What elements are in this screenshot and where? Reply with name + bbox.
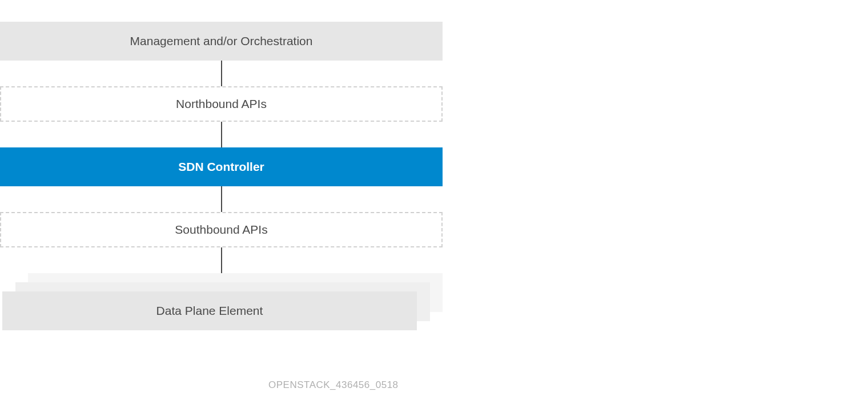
southbound-apis-label: Southbound APIs bbox=[175, 223, 267, 237]
data-plane-stack: Data Plane Element bbox=[0, 273, 443, 330]
sdn-controller-label: SDN Controller bbox=[178, 160, 264, 174]
connector-line bbox=[221, 247, 222, 273]
northbound-apis-box: Northbound APIs bbox=[0, 86, 443, 122]
northbound-apis-label: Northbound APIs bbox=[176, 97, 267, 111]
connector-line bbox=[221, 186, 222, 212]
sdn-controller-box: SDN Controller bbox=[0, 147, 443, 186]
connector-line bbox=[221, 61, 222, 86]
sdn-architecture-diagram: Management and/or Orchestration Northbou… bbox=[0, 22, 443, 330]
connector-line bbox=[221, 122, 222, 147]
southbound-apis-box: Southbound APIs bbox=[0, 212, 443, 247]
management-orchestration-label: Management and/or Orchestration bbox=[130, 34, 313, 48]
management-orchestration-box: Management and/or Orchestration bbox=[0, 22, 443, 61]
data-plane-element-label: Data Plane Element bbox=[156, 304, 263, 318]
data-plane-element-front: Data Plane Element bbox=[2, 291, 417, 330]
footer-reference-label: OPENSTACK_436456_0518 bbox=[268, 379, 399, 391]
